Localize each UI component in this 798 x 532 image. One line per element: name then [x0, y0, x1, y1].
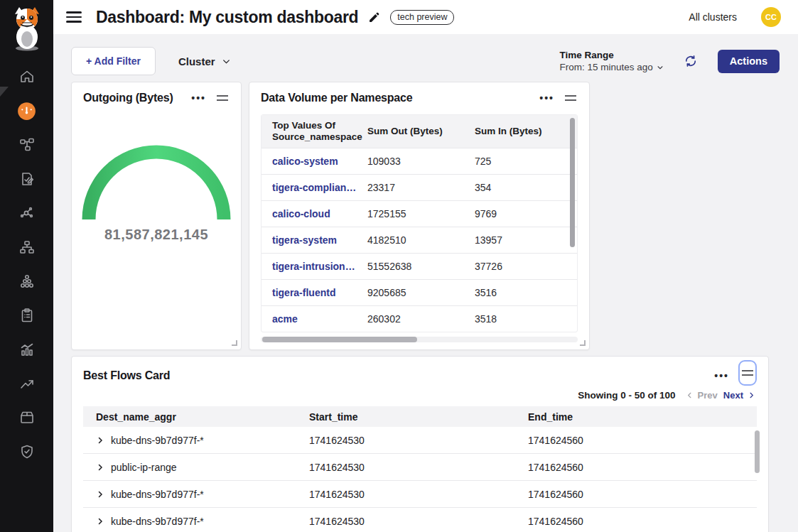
table-row: acme2603023518 — [261, 305, 577, 332]
card-menu-icon[interactable]: ••• — [191, 94, 206, 102]
refresh-icon — [684, 54, 698, 68]
table-row: calico-system109033725 — [261, 148, 577, 174]
namespace-table-body: calico-system109033725tigera-compliance2… — [261, 148, 577, 332]
dest-name-cell: kube-dns-9b7d977f-* — [111, 489, 204, 500]
sum-out-cell: 9205685 — [357, 287, 464, 298]
start-time-cell: 1741624530 — [296, 489, 515, 500]
sidebar-item-threat-defense[interactable] — [0, 435, 53, 469]
threat-shield-icon — [18, 443, 36, 460]
horizontal-scrollbar[interactable] — [261, 337, 578, 342]
sidebar-item-trends[interactable] — [0, 367, 53, 401]
sum-out-cell: 260302 — [357, 313, 464, 325]
gauge-value: 81,587,821,145 — [72, 227, 241, 243]
sidebar-icon-list — [0, 60, 53, 469]
storage-box-icon — [18, 409, 36, 426]
table-row[interactable]: kube-dns-9b7d977f-*17416245301741624560 — [83, 508, 757, 532]
gauge-chart — [72, 136, 241, 222]
sum-in-cell: 9769 — [464, 208, 567, 219]
topbar: Dashboard: My custom dashboard tech prev… — [53, 0, 798, 34]
expand-row-chevron-icon[interactable] — [96, 463, 104, 472]
sidebar-item-workloads[interactable] — [0, 264, 53, 298]
column-header: Start_time — [296, 411, 515, 423]
table-row: tigera-intrusion-d…5155263837726 — [261, 253, 577, 279]
chevron-down-icon — [222, 57, 231, 66]
resize-handle[interactable] — [580, 340, 586, 346]
table-row: tigera-compliance23317354 — [261, 174, 577, 200]
page-title: Dashboard: My custom dashboard — [96, 8, 358, 27]
vertical-scrollbar[interactable] — [570, 118, 575, 247]
sidebar-item-dashboard[interactable] — [0, 94, 53, 128]
actions-button[interactable]: Actions — [718, 50, 780, 73]
flows-table: Dest_name_aggr Start_time End_time kube-… — [83, 406, 757, 532]
start-time-cell: 1741624530 — [296, 435, 515, 446]
expand-row-chevron-icon[interactable] — [96, 490, 104, 499]
card-title: Data Volume per Namespace — [261, 92, 412, 104]
end-time-cell: 1741624560 — [515, 462, 747, 473]
namespace-link[interactable]: tigera-fluentd — [261, 287, 357, 298]
prev-page-button[interactable]: Prev — [686, 390, 718, 401]
card-menu-icon[interactable]: ••• — [714, 372, 729, 379]
best-flows-card: Best Flows Card ••• Showing 0 - 50 of 10… — [71, 356, 769, 532]
end-time-cell: 1741624560 — [515, 435, 747, 446]
edit-pencil-icon[interactable] — [368, 11, 380, 23]
cluster-selector[interactable]: All clusters — [689, 11, 737, 23]
table-row[interactable]: kube-dns-9b7d977f-*17416245301741624560 — [83, 481, 757, 508]
menu-hamburger-icon[interactable] — [66, 11, 82, 22]
sum-in-cell: 37726 — [464, 261, 567, 272]
card-drag-handle-icon[interactable] — [564, 92, 578, 104]
namespace-link[interactable]: tigera-intrusion-d… — [261, 261, 357, 272]
time-range-label: Time Range — [560, 50, 664, 60]
column-header: Sum In (Bytes) — [464, 121, 567, 141]
expand-row-chevron-icon[interactable] — [96, 517, 104, 526]
namespace-link[interactable]: tigera-system — [261, 234, 357, 246]
nodes-share-icon — [18, 205, 36, 222]
vertical-scrollbar[interactable] — [755, 430, 760, 473]
policies-document-icon — [18, 170, 36, 188]
outgoing-bytes-card: Outgoing (Bytes) ••• 81,587,821,145 — [71, 82, 242, 350]
sidebar-item-nodes[interactable] — [0, 196, 53, 230]
sidebar-item-storage[interactable] — [0, 401, 53, 435]
workloads-cluster-icon — [18, 273, 36, 290]
namespace-link[interactable]: calico-system — [261, 156, 357, 167]
sum-in-cell: 354 — [464, 182, 567, 193]
add-filter-button[interactable]: + Add Filter — [71, 47, 156, 75]
card-menu-icon[interactable]: ••• — [539, 94, 554, 102]
sidebar-item-compliance[interactable] — [0, 298, 53, 332]
table-header-row: Top Values Of Source_namespace Sum Out (… — [261, 115, 577, 148]
calico-cat-logo[interactable] — [5, 6, 49, 53]
showing-count: Showing 0 - 50 of 100 — [578, 390, 675, 401]
refresh-button[interactable] — [684, 54, 698, 68]
expand-row-chevron-icon[interactable] — [96, 436, 104, 445]
table-row[interactable]: public-ip-range17416245301741624560 — [83, 454, 757, 481]
dashboard-gauge-icon — [17, 102, 36, 121]
namespace-link[interactable]: tigera-compliance — [261, 182, 357, 193]
table-row[interactable]: kube-dns-9b7d977f-*17416245301741624560 — [83, 427, 757, 454]
app-root: Dashboard: My custom dashboard tech prev… — [0, 0, 798, 532]
sidebar-item-policies[interactable] — [0, 162, 53, 196]
cluster-dropdown[interactable]: Cluster — [178, 55, 231, 67]
user-avatar[interactable]: CC — [761, 7, 781, 27]
namespace-link[interactable]: calico-cloud — [261, 208, 357, 219]
cluster-dropdown-label: Cluster — [178, 55, 215, 67]
sum-in-cell: 725 — [464, 156, 567, 167]
card-title: Best Flows Card — [83, 369, 170, 382]
sidebar-item-activity[interactable] — [0, 332, 53, 367]
sidebar-item-service-graph[interactable] — [0, 128, 53, 162]
sum-out-cell: 4182510 — [357, 234, 464, 246]
flows-table-body: kube-dns-9b7d977f-*17416245301741624560p… — [83, 427, 757, 532]
resize-handle[interactable] — [232, 340, 237, 346]
next-page-button[interactable]: Next — [723, 390, 755, 401]
card-drag-handle-icon-focused[interactable] — [738, 360, 757, 386]
service-graph-icon — [18, 136, 36, 153]
namespace-link[interactable]: acme — [261, 313, 357, 325]
sum-out-cell: 1725155 — [357, 208, 464, 219]
sidebar-item-home[interactable] — [0, 60, 53, 94]
card-drag-handle-icon[interactable] — [215, 92, 230, 104]
namespace-table: Top Values Of Source_namespace Sum Out (… — [261, 114, 578, 332]
time-range: Time Range From: 15 minutes ago — [560, 50, 664, 72]
chevron-down-icon — [657, 64, 664, 71]
time-range-selector[interactable]: From: 15 minutes ago — [560, 62, 664, 72]
sidebar-item-network-sets[interactable] — [0, 230, 53, 264]
dest-name-cell: kube-dns-9b7d977f-* — [111, 435, 204, 446]
sum-in-cell: 3516 — [464, 287, 567, 298]
